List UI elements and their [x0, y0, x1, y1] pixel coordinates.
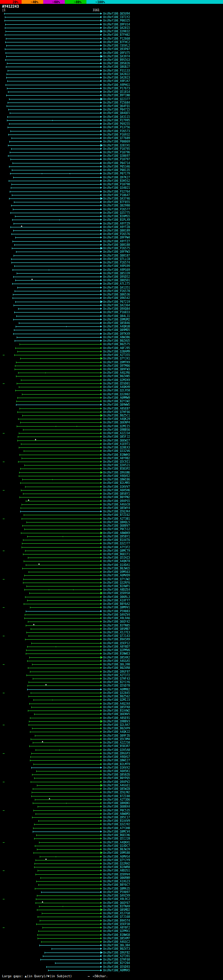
hit-row[interactable]: UniRef100_A7L1T5 [0, 282, 223, 285]
hit-row[interactable]: UniRef100_A6MVG4 [0, 855, 223, 858]
hit-row[interactable]: UniRef100_P10795 [0, 147, 223, 151]
hit-row[interactable]: UniRef100_Q51814 [0, 90, 223, 94]
hit-label[interactable]: UniRef100_A6MMA5 [103, 969, 130, 972]
hit-label[interactable]: UniRef100_Q6QY42 [103, 620, 130, 623]
hit-label[interactable]: UniRef100_Q9FPW3 [103, 250, 130, 253]
hit-label[interactable]: UniRef100_A2ZJ34 [103, 432, 130, 435]
hit-label[interactable]: UniRef100_P00069 [103, 140, 130, 143]
hit-label[interactable]: UniRef100_P69255 [103, 123, 130, 126]
hit-row[interactable]: UniRef100_A2T391 [0, 954, 223, 958]
hit-label[interactable]: UniRef100_Q22377 [103, 98, 130, 101]
hit-label[interactable]: UniRef100_A9QVG7 [103, 756, 130, 759]
hit-row[interactable]: UniRef100_P59097 [0, 890, 223, 894]
hit-row[interactable]: UniRef100_Q8MA35 [0, 887, 223, 890]
hit-label[interactable]: UniRef100_Q08187 [103, 254, 130, 257]
hit-row[interactable]: UniRef100_Q3V521 [0, 463, 223, 467]
hit-label[interactable]: UniRef100_Q9GGP3 [103, 752, 130, 755]
hit-label[interactable]: UniRef100_A8W3B6 [103, 336, 130, 339]
hit-row[interactable]: UniRef100_Q9FU75 [0, 51, 223, 54]
hit-row[interactable]: UniRef100_P26578 [0, 289, 223, 293]
hit-row[interactable]: UniRef100_A7Y3H8 [0, 826, 223, 830]
hit-row[interactable]: UniRef100_A9L9C2 [0, 897, 223, 901]
hit-row[interactable]: UniRef100_Q09FZ6 [0, 734, 223, 737]
hit-label[interactable]: UniRef100_A1XFY7 [103, 599, 130, 602]
hit-label[interactable]: UniRef100_Q9BBS6 [103, 428, 130, 431]
hit-label[interactable]: UniRef100_B7ZI88 [103, 795, 130, 798]
hit-label[interactable]: UniRef100_A9PG99 [103, 264, 130, 268]
hit-row[interactable]: UniRef100_Q09MD5 [0, 328, 223, 332]
hit-label[interactable]: UniRef100_Q7LLC8 [103, 258, 130, 261]
hit-row[interactable]: UniRef100_B2XWR8 [0, 865, 223, 869]
hit-label[interactable]: UniRef100_Q9BBV3 [103, 720, 130, 723]
hit-row[interactable]: UniRef100_Q85WZ8 [0, 787, 223, 791]
hit-row[interactable]: UniRef100_P04715 [0, 108, 223, 111]
hit-label[interactable]: UniRef100_P26575 [103, 247, 130, 250]
hit-label[interactable]: UniRef100_Q8S8Z6 [103, 773, 130, 776]
hit-label[interactable]: UniRef100_Q7HF68 [103, 958, 130, 961]
hit-label[interactable]: UniRef100_B6ECF1 [103, 553, 130, 556]
hit-label[interactable]: UniRef100_Q9XQ84 [103, 307, 130, 310]
hit-row[interactable]: UniRef100_Q7LLC8 [0, 257, 223, 261]
hit-label[interactable]: UniRef100_B7ZI62 [103, 514, 130, 517]
hit-row[interactable]: UniRef100_Q8SMD2 [0, 908, 223, 912]
hit-row[interactable]: UniRef100_Q2PMX1 [0, 929, 223, 933]
hit-label[interactable]: UniRef100_Q2PMX1 [103, 929, 130, 933]
hit-label[interactable]: UniRef100_Q1KVX2 [103, 766, 130, 769]
hit-row[interactable]: UniRef100_Q77689 [0, 136, 223, 140]
hit-label[interactable]: UniRef100_A8Y9B2 [103, 457, 130, 460]
hit-row[interactable]: UniRef100_Q3ZJ92 [0, 822, 223, 826]
hit-label[interactable]: UniRef100_B5B3R7 [103, 745, 130, 748]
hit-row[interactable]: UniRef100_A9QVG7 [0, 755, 223, 759]
hit-label[interactable]: UniRef100_A9YTZ9 [103, 222, 130, 225]
hit-label[interactable]: UniRef100_A5J7G8 [103, 912, 130, 915]
hit-row[interactable]: UniRef100_B3TNA9 [0, 905, 223, 908]
hit-label[interactable]: UniRef100_P26574 [103, 261, 130, 264]
hit-row[interactable]: UniRef100_Q6QY67 [0, 901, 223, 905]
hit-row[interactable]: UniRef100_Q43746 [0, 197, 223, 200]
hit-row[interactable]: UniRef100_A4GGC2 [0, 940, 223, 943]
hit-row[interactable]: UniRef100_Q85B46 [0, 321, 223, 325]
hit-row[interactable]: UniRef100_Q9FPW4 [0, 236, 223, 239]
hit-label[interactable]: UniRef100_Q7YJX1 [103, 357, 130, 360]
hit-label[interactable]: UniRef100_Q5SD93 [103, 966, 130, 969]
hit-row[interactable]: UniRef100_P26576 [0, 232, 223, 236]
hit-row[interactable]: UniRef100_A4QKU8 [0, 325, 223, 328]
hit-label[interactable]: UniRef100_Q8MCV4 [103, 830, 130, 833]
hit-row[interactable]: UniRef100_A2ZJ58 [0, 741, 223, 744]
hit-row[interactable]: UniRef100_A1XFY7 [0, 599, 223, 602]
hit-row[interactable]: UniRef100_Q3ECH1 [0, 143, 223, 147]
hit-label[interactable]: UniRef100_Q08189 [103, 229, 130, 232]
hit-row[interactable]: UniRef100_Q08188 [0, 243, 223, 247]
hit-row[interactable]: UniRef100_Q3V5A8 [0, 748, 223, 752]
hit-row[interactable]: UniRef100_Q5IJ28 [0, 837, 223, 840]
hit-label[interactable]: UniRef100_A7Y3H8 [103, 827, 130, 830]
hit-row[interactable]: UniRef100_P26575 [0, 247, 223, 250]
hit-row[interactable]: UniRef100_Q9MTK9 [0, 361, 223, 364]
hit-row[interactable]: UniRef100_Q9MS63 [0, 570, 223, 574]
hit-row[interactable]: UniRef100_Q6ENP4 [0, 421, 223, 424]
hit-label[interactable]: UniRef100_B1X4W2 [103, 709, 130, 712]
hit-row[interactable]: UniRef100_A1E9T1 [0, 442, 223, 445]
hit-label[interactable]: UniRef100_B7F055 [103, 200, 130, 204]
hit-label[interactable]: UniRef100_A6MM82 [103, 688, 130, 691]
hit-label[interactable]: UniRef100_A6MVD9 [103, 574, 130, 577]
hit-label[interactable]: UniRef100_B2XWR8 [103, 865, 130, 869]
hit-label[interactable]: UniRef100_Q51814 [103, 91, 130, 94]
hit-label[interactable]: UniRef100_P12668 [103, 37, 130, 40]
hit-row[interactable]: UniRef100_A9PG99 [0, 264, 223, 268]
hit-row[interactable]: UniRef100_Q1XDC7 [0, 844, 223, 848]
hit-row[interactable]: UniRef100_A4QKH9 [0, 385, 223, 389]
hit-row[interactable]: UniRef100_A8Y9B2 [0, 457, 223, 460]
hit-row[interactable]: UniRef100_A2T3B1 [0, 517, 223, 520]
hit-label[interactable]: UniRef100_Q9XPV2 [103, 780, 130, 784]
hit-row[interactable]: UniRef100_P26574 [0, 261, 223, 264]
hit-row[interactable]: UniRef100_P31133 [0, 69, 223, 72]
hit-label[interactable]: UniRef100_A1E9T1 [103, 442, 130, 445]
hit-row[interactable]: UniRef100_B2LMR5 [0, 481, 223, 485]
hit-row[interactable]: UniRef100_B0Z5C1 [0, 414, 223, 417]
hit-row[interactable]: UniRef100_Q0Q5D1 [0, 278, 223, 282]
hit-row[interactable]: UniRef100_Q32802 [0, 393, 223, 396]
hit-row[interactable]: UniRef100_Q9TKX9 [0, 332, 223, 336]
hit-label[interactable]: UniRef100_Q3ZJ92 [103, 823, 130, 826]
hit-label[interactable]: UniRef100_P26578 [103, 290, 130, 293]
